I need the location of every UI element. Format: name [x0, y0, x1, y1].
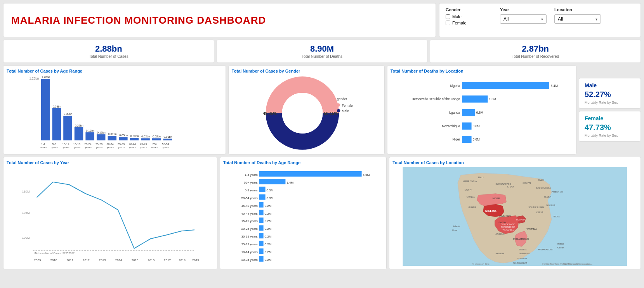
bar-10-14-deaths: [259, 248, 263, 254]
kpi-recovered: 2.87bn Total Number of Recovered: [430, 40, 641, 63]
svg-text:years: years: [96, 146, 103, 149]
svg-text:years: years: [107, 146, 114, 149]
svg-text:0.39bn: 0.39bn: [64, 113, 72, 116]
svg-text:KENYA: KENYA: [536, 211, 543, 213]
svg-text:years: years: [151, 146, 158, 149]
year-filter-label: Year: [500, 7, 547, 12]
location-value: All: [558, 16, 563, 22]
svg-text:SOUTH SUDAN: SOUTH SUDAN: [528, 206, 544, 208]
svg-text:SAUDI ARABIA: SAUDI ARABIA: [536, 187, 551, 189]
bar-15-19-deaths: [259, 217, 263, 223]
kpi-deaths-value: 8.90M: [310, 44, 334, 54]
year-value: All: [503, 16, 509, 22]
svg-text:15-19: 15-19: [73, 143, 80, 146]
legend-male-dot: [337, 109, 340, 112]
svg-text:2015: 2015: [132, 259, 139, 262]
svg-text:55+ years: 55+ years: [244, 181, 257, 184]
svg-text:0.2M: 0.2M: [264, 204, 271, 208]
svg-text:Male: Male: [342, 109, 349, 113]
map-svg: NIGERIA NIGER DEMOCRATIC REPUBLIC OF THE…: [392, 167, 637, 266]
svg-text:110M: 110M: [22, 190, 30, 193]
svg-text:2012: 2012: [83, 259, 90, 262]
male-checkbox[interactable]: [446, 14, 450, 19]
cases-location-map-title: Total Number of Cases by Location: [392, 160, 637, 165]
svg-text:55+: 55+: [153, 143, 157, 146]
donut-chart-title: Total Number of Cases by Gender: [232, 69, 381, 73]
svg-text:0.02bn: 0.02bn: [153, 135, 161, 138]
mortality-female-card: Female 47.73% Mortality Rate by Sex: [579, 111, 641, 142]
svg-text:MADAGASCAR: MADAGASCAR: [538, 248, 553, 251]
svg-text:20-24: 20-24: [84, 143, 91, 146]
svg-text:1.4M: 1.4M: [286, 181, 293, 184]
deaths-age-svg: 1-4 years 5.5M 55+ years 1.4M 5-9 years …: [223, 167, 383, 266]
svg-text:0.2M: 0.2M: [264, 243, 271, 246]
bar-50-54-deaths: [259, 194, 265, 200]
gender-filter-label: Gender: [446, 7, 492, 12]
svg-text:105M: 105M: [22, 211, 30, 215]
mortality-female-gender: Female: [585, 115, 635, 121]
male-checkbox-item[interactable]: Male: [446, 14, 492, 19]
svg-text:30-34 years: 30-34 years: [241, 258, 257, 262]
svg-text:1-4: 1-4: [41, 143, 45, 146]
bar-55-deaths: [259, 179, 285, 184]
deaths-location-chart-title: Total Number of Deaths by Location: [391, 69, 573, 73]
svg-text:1-4 years: 1-4 years: [245, 173, 257, 177]
bar-55: [152, 138, 161, 140]
svg-text:0.15bn: 0.15bn: [86, 129, 94, 132]
svg-text:5-9: 5-9: [52, 143, 56, 146]
bar-mozambique: [462, 122, 472, 129]
svg-text:0.8M: 0.8M: [476, 111, 483, 115]
year-dropdown[interactable]: All ▾: [500, 14, 547, 24]
svg-text:GHANA: GHANA: [469, 206, 476, 208]
svg-text:0.05bn: 0.05bn: [119, 134, 128, 137]
svg-text:years: years: [40, 146, 47, 149]
bar-35-39: [119, 137, 127, 140]
svg-text:years: years: [62, 146, 69, 149]
bar-drc: [462, 95, 488, 102]
deaths-age-chart-card: Total Number of Deaths by Age Range 1-4 …: [220, 157, 387, 269]
svg-text:© Microsoft Bing: © Microsoft Bing: [472, 263, 490, 265]
svg-text:0.2M: 0.2M: [264, 227, 271, 231]
mortality-female-pct: 47.73%: [585, 123, 635, 132]
deaths-location-chart-card: Total Number of Deaths by Location Niger…: [387, 65, 576, 154]
location-dropdown[interactable]: All ▾: [554, 14, 601, 24]
kpi-row: 2.88bn Total Number of Cases 8.90M Total…: [3, 40, 641, 63]
age-bar-chart-title: Total Number of Cases by Age Range: [7, 69, 222, 73]
svg-text:35-39 years: 35-39 years: [241, 235, 257, 238]
kpi-cases: 2.88bn Total Number of Cases: [3, 40, 214, 63]
header-row: MALARIA INFECTION MONITORING DASHBOARD G…: [3, 3, 641, 37]
svg-text:years: years: [129, 146, 136, 149]
gender-checkboxes: Male Female: [446, 14, 492, 25]
svg-text:5.4M: 5.4M: [550, 84, 557, 88]
svg-text:THE CONGO: THE CONGO: [502, 229, 514, 231]
deaths-age-chart-title: Total Number of Deaths by Age Range: [223, 160, 383, 165]
bar-30-34-deaths: [259, 256, 263, 262]
svg-text:CAMEROON: CAMEROON: [499, 215, 511, 217]
year-line: [37, 182, 194, 248]
svg-text:© 2022 TomTom, © 2022 Microsof: © 2022 TomTom, © 2022 Microsoft Corporat…: [542, 263, 592, 265]
svg-text:0.2M: 0.2M: [264, 212, 271, 215]
svg-text:Democratic Republic of the Con: Democratic Republic of the Congo: [411, 97, 460, 101]
svg-text:Ocean: Ocean: [557, 246, 564, 249]
mortality-female-label: Mortality Rate by Sex: [585, 134, 635, 137]
year-chart-title: Total Number of Cases by Year: [7, 160, 214, 165]
bar-nigeria: [462, 82, 549, 89]
svg-text:GUINEA: GUINEA: [467, 196, 475, 198]
mortality-male-label: Mortality Rate by Sex: [585, 101, 635, 104]
svg-text:SOMALIA: SOMALIA: [546, 204, 555, 206]
svg-text:NIGERIA: NIGERIA: [485, 210, 496, 212]
svg-text:Indian: Indian: [557, 243, 564, 245]
kpi-cases-label: Total Number of Cases: [89, 54, 128, 59]
kpi-recovered-label: Total Number of Recovered: [512, 54, 559, 59]
svg-text:0.6M: 0.6M: [472, 125, 479, 128]
deaths-location-chart-area: Nigeria 5.4M Democratic Republic of the …: [391, 76, 573, 151]
mortality-male-card: Male 52.27% Mortality Rate by Sex: [579, 78, 641, 109]
year-chart-card: Total Number of Cases by Year 110M 105M …: [3, 157, 217, 269]
female-checkbox[interactable]: [446, 21, 450, 25]
svg-text:0.2M: 0.2M: [264, 219, 271, 223]
svg-text:0.07bn: 0.07bn: [108, 133, 117, 136]
female-checkbox-item[interactable]: Female: [446, 21, 492, 25]
svg-text:INDIA: INDIA: [554, 215, 560, 218]
svg-text:25-29: 25-29: [95, 143, 102, 146]
legend-female-dot: [337, 103, 340, 106]
